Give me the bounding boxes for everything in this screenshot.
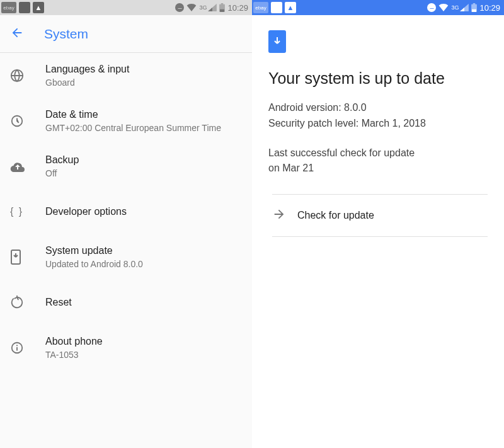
header: System: [0, 15, 252, 53]
row-reset[interactable]: Reset: [0, 280, 252, 325]
row-subtitle: TA-1053: [45, 350, 242, 361]
row-subtitle: Updated to Android 8.0.0: [45, 259, 242, 270]
row-title: Date & time: [45, 108, 242, 122]
row-developer-options[interactable]: { } Developer options: [0, 189, 252, 234]
dnd-icon: –: [427, 3, 436, 12]
row-languages-input[interactable]: Languages & input Gboard: [0, 53, 252, 98]
wifi-icon: [186, 4, 197, 11]
last-check-line-1: Last successful check for update: [268, 146, 488, 161]
security-patch-line: Security patch level: March 1, 2018: [268, 116, 488, 132]
row-title: Reset: [45, 296, 242, 309]
check-for-update-button[interactable]: Check for update: [272, 194, 488, 237]
clock: 10:29: [479, 3, 500, 13]
signal-icon: [460, 4, 469, 11]
ebay-notification-icon: ebay: [253, 2, 268, 13]
row-title: Developer options: [45, 205, 242, 219]
cloud-upload-icon: [10, 159, 45, 173]
row-subtitle: Off: [45, 168, 242, 180]
system-update-hero-icon: [268, 30, 286, 53]
row-subtitle: Gboard: [45, 78, 242, 89]
clock-icon: [10, 114, 45, 128]
info-icon: [10, 341, 45, 355]
signal-icon: [208, 4, 217, 11]
reset-icon: [10, 296, 45, 309]
system-update-icon: [10, 250, 45, 265]
dnd-icon: –: [175, 3, 184, 12]
app-notification-icon: [19, 2, 30, 13]
settings-screen: ebay ▲ – 3G 10:29 System Languages & inp…: [0, 0, 252, 448]
network-label: 3G: [199, 4, 207, 11]
battery-icon: [219, 3, 225, 12]
page-title: System: [44, 26, 88, 42]
globe-icon: [10, 69, 45, 83]
app-notification-icon: [271, 2, 282, 13]
image-notification-icon: ▲: [33, 2, 44, 13]
network-label: 3G: [451, 4, 459, 11]
settings-list: Languages & input Gboard Date & time GMT…: [0, 53, 252, 448]
check-for-update-label: Check for update: [297, 210, 374, 221]
row-title: About phone: [45, 335, 242, 348]
status-bar: ebay ▲ – 3G 10:29: [0, 0, 252, 15]
braces-icon: { }: [10, 206, 45, 217]
row-subtitle: GMT+02:00 Central European Summer Time: [45, 123, 242, 134]
update-body: Your system is up to date Android versio…: [252, 15, 504, 448]
svg-point-3: [16, 345, 18, 346]
status-bar: ebay ▲ – 3G 10:29: [252, 0, 504, 15]
last-check-line-2: on Mar 21: [268, 161, 488, 176]
row-title: Languages & input: [45, 62, 242, 76]
wifi-icon: [438, 4, 449, 11]
update-screen: ebay ▲ – 3G 10:29 Your system is up to d…: [252, 0, 504, 448]
ebay-notification-icon: ebay: [1, 2, 16, 13]
row-date-time[interactable]: Date & time GMT+02:00 Central European S…: [0, 98, 252, 144]
android-version-line: Android version: 8.0.0: [268, 100, 488, 116]
row-title: Backup: [45, 153, 242, 167]
update-title: Your system is up to date: [268, 69, 488, 88]
battery-icon: [471, 3, 477, 12]
row-about-phone[interactable]: About phone TA-1053: [0, 325, 252, 370]
row-system-update[interactable]: System update Updated to Android 8.0.0: [0, 234, 252, 280]
back-button[interactable]: [10, 26, 24, 42]
row-title: System update: [45, 244, 242, 258]
row-backup[interactable]: Backup Off: [0, 144, 252, 189]
image-notification-icon: ▲: [285, 2, 296, 13]
clock: 10:29: [227, 3, 248, 13]
arrow-right-icon: [272, 207, 297, 224]
